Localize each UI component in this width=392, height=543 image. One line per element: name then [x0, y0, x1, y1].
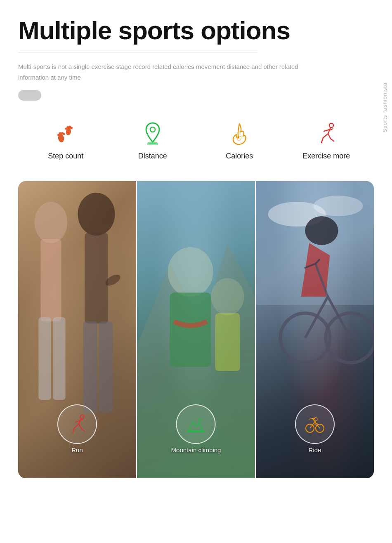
- exercise-more-label: Exercise more: [302, 152, 350, 161]
- ride-badge-container: Ride: [295, 404, 335, 453]
- svg-rect-25: [170, 293, 211, 367]
- svg-rect-20: [83, 321, 97, 412]
- calories-label: Calories: [226, 152, 253, 161]
- svg-line-39: [309, 418, 312, 419]
- subtitle-text: Multi-sports is not a single exercise st…: [18, 61, 315, 83]
- climb-badge-container: Mountain climbing: [171, 404, 221, 453]
- feature-exercise-more: Exercise more: [283, 121, 370, 161]
- svg-point-13: [329, 123, 333, 127]
- svg-rect-21: [99, 321, 113, 412]
- svg-rect-19: [85, 233, 108, 323]
- svg-rect-17: [53, 317, 66, 400]
- step-count-label: Step count: [48, 152, 83, 161]
- footprints-icon: [53, 121, 78, 146]
- feature-calories: Calories: [196, 121, 283, 161]
- feature-step-count: Step count: [22, 121, 109, 161]
- svg-point-26: [211, 278, 244, 315]
- run-label: Run: [71, 446, 83, 453]
- svg-point-34: [305, 216, 338, 245]
- svg-point-14: [35, 202, 68, 243]
- svg-point-9: [70, 127, 73, 129]
- distance-label: Distance: [138, 152, 167, 161]
- svg-point-23: [80, 415, 84, 419]
- sport-panel-run: Run: [18, 181, 136, 478]
- climb-badge-circle: [176, 404, 216, 444]
- runner-icon: [314, 121, 339, 146]
- ride-label: Ride: [309, 446, 321, 453]
- features-row: Step count Distance: [18, 121, 374, 161]
- svg-point-41: [314, 418, 317, 421]
- svg-point-33: [314, 196, 363, 216]
- svg-point-4: [63, 133, 65, 135]
- svg-point-18: [78, 193, 115, 236]
- feature-distance: Distance: [109, 121, 196, 161]
- ride-badge-circle: [295, 404, 335, 444]
- location-pin-icon: [140, 121, 165, 146]
- run-badge-circle: [57, 404, 97, 444]
- sports-grid: Run: [18, 181, 374, 478]
- side-text: Sports fashionista: [382, 83, 388, 132]
- svg-point-24: [168, 247, 213, 297]
- sport-panel-climb: Mountain climbing: [136, 181, 255, 478]
- flame-icon: [227, 121, 252, 146]
- title-divider: [18, 52, 257, 52]
- sport-panel-ride: Ride: [255, 181, 374, 478]
- svg-rect-15: [41, 239, 61, 321]
- run-badge-container: Run: [57, 404, 97, 453]
- svg-rect-16: [39, 317, 51, 400]
- page-title: Multiple sports options: [18, 17, 374, 45]
- toggle-pill[interactable]: [18, 90, 41, 101]
- climb-label: Mountain climbing: [171, 446, 221, 453]
- svg-rect-27: [215, 313, 240, 371]
- svg-point-10: [150, 127, 155, 132]
- svg-line-29: [199, 418, 203, 420]
- page-wrapper: Sports fashionista Multiple sports optio…: [0, 0, 392, 543]
